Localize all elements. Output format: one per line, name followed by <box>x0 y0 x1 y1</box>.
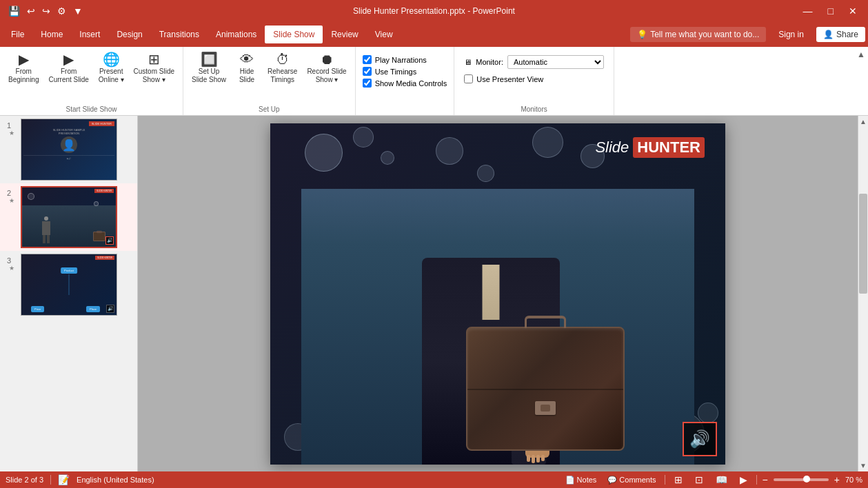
scroll-track[interactable] <box>858 128 868 460</box>
menu-view[interactable]: View <box>367 26 401 43</box>
slide-thumbnail-1[interactable]: SLIDE HUNTER SLIDE HUNTER SAMPLEPRESENTA… <box>21 119 117 181</box>
from-beginning-button[interactable]: ▶ FromBeginning <box>4 50 43 87</box>
slide-thumbnail-3[interactable]: SLIDE HUNTER Product Price Place Promoti… <box>21 254 117 316</box>
scroll-up-button[interactable]: ▲ <box>858 116 868 128</box>
monitor-row: 🖥 Monitor: Automatic <box>464 55 604 69</box>
hide-slide-button[interactable]: 👁 HideSlide <box>232 50 262 87</box>
show-media-controls-input[interactable] <box>363 79 372 88</box>
slide-thumb-1[interactable]: 1 ★ SLIDE HUNTER SLIDE HUNTER SAMPLEPRES… <box>0 116 137 183</box>
title-bar-controls: — □ ✕ <box>798 3 862 19</box>
menu-right: 💡 Tell me what you want to do... Sign in… <box>630 27 865 42</box>
share-label: Share <box>836 30 858 39</box>
slide-star-2: ★ <box>9 197 14 204</box>
comments-icon: 💬 <box>607 476 617 485</box>
presenter-view-input[interactable] <box>464 74 473 83</box>
record-icon: ⏺ <box>320 52 334 66</box>
slide-sorter-button[interactable]: ⊡ <box>692 473 707 487</box>
person-icon: 👤 <box>823 30 834 39</box>
menu-slide-show[interactable]: Slide Show <box>265 26 323 43</box>
setup-icon: 🔲 <box>201 52 218 66</box>
sign-in-button[interactable]: Sign in <box>771 27 811 42</box>
from-current-slide-button[interactable]: ▶ FromCurrent Slide <box>44 50 92 87</box>
record-label: Record SlideShow ▾ <box>307 68 346 84</box>
save-button[interactable]: 💾 <box>6 4 23 18</box>
menu-animations[interactable]: Animations <box>208 26 265 43</box>
audio-icon-overlay[interactable]: 🔊 <box>683 422 717 456</box>
quick-access-dropdown[interactable]: ▼ <box>70 4 85 18</box>
normal-view-button[interactable]: ⊞ <box>671 473 686 487</box>
bubble-4 <box>436 137 463 165</box>
status-left: Slide 2 of 3 📝 English (United States) <box>6 474 154 485</box>
title-bar: 💾 ↩ ↪ ⚙ ▼ Slide Hunter Presentation.pptx… <box>0 0 868 22</box>
main-slide[interactable]: Slide HUNTER <box>270 123 725 465</box>
notes-label: Notes <box>577 476 597 484</box>
content-area: Slide HUNTER <box>138 116 858 471</box>
menu-home[interactable]: Home <box>32 26 71 43</box>
ribbon-checkboxes-list: Play Narrations Use Timings Show Media C… <box>360 50 450 99</box>
monitor-icon: 🖥 <box>464 58 472 66</box>
present-online-button[interactable]: 🌐 PresentOnline ▾ <box>94 50 128 87</box>
zoom-in-button[interactable]: + <box>834 474 840 485</box>
use-timings-checkbox[interactable]: Use Timings <box>363 67 447 76</box>
menu-bar: File Home Insert Design Transitions Anim… <box>0 22 868 47</box>
status-separator-3 <box>756 475 757 485</box>
set-up-slide-show-button[interactable]: 🔲 Set UpSlide Show <box>188 50 230 87</box>
status-separator-2 <box>665 475 665 485</box>
ribbon-items-start: ▶ FromBeginning ▶ FromCurrent Slide 🌐 Pr… <box>4 50 179 98</box>
use-timings-input[interactable] <box>363 67 372 76</box>
maximize-button[interactable]: □ <box>822 3 839 19</box>
scroll-thumb[interactable] <box>859 194 867 294</box>
ribbon-group-checkboxes: Play Narrations Use Timings Show Media C… <box>356 47 454 115</box>
redo-button[interactable]: ↪ <box>39 4 53 18</box>
slide-thumb-3[interactable]: 3 ★ SLIDE HUNTER Product Price Place <box>0 251 137 318</box>
scroll-down-button[interactable]: ▼ <box>858 460 868 471</box>
share-button[interactable]: 👤 Share <box>816 27 865 42</box>
monitor-select[interactable]: Automatic <box>507 55 604 69</box>
slide-star-1: ★ <box>9 130 14 136</box>
show-media-controls-checkbox[interactable]: Show Media Controls <box>363 79 447 88</box>
notes-button[interactable]: 📄 Notes <box>563 474 600 486</box>
hide-slide-label: HideSlide <box>239 68 254 84</box>
slide-number-1: 1 <box>7 119 17 130</box>
present-online-label: PresentOnline ▾ <box>99 68 124 84</box>
menu-review[interactable]: Review <box>323 26 366 43</box>
slide-panel: 1 ★ SLIDE HUNTER SLIDE HUNTER SAMPLEPRES… <box>0 116 138 471</box>
reading-view-button[interactable]: 📖 <box>712 473 731 487</box>
slide-notes-icon[interactable]: 📝 <box>58 474 70 485</box>
menu-design[interactable]: Design <box>108 26 150 43</box>
presenter-view-checkbox[interactable]: Use Presenter View <box>464 74 543 83</box>
customize-quick-access-button[interactable]: ⚙ <box>54 4 69 18</box>
bubble-5 <box>477 165 494 182</box>
close-button[interactable]: ✕ <box>843 3 862 19</box>
right-scrollbar[interactable]: ▲ ▼ <box>858 116 868 471</box>
present-online-icon: 🌐 <box>103 52 120 66</box>
rehearse-timings-button[interactable]: ⏱ RehearseTimings <box>263 50 301 87</box>
slide-thumbnail-2[interactable]: SLIDE HUNTER <box>21 186 117 248</box>
ribbon-collapse-button[interactable]: ▲ <box>854 47 868 115</box>
slide-thumb-2[interactable]: 2 ★ SLIDE HUNTER <box>0 183 137 251</box>
zoom-slider[interactable] <box>774 478 829 481</box>
slide-count: Slide 2 of 3 <box>6 476 43 484</box>
ribbon-monitor-settings: 🖥 Monitor: Automatic Use Presenter View <box>458 50 609 94</box>
setup-group-label: Set Up <box>183 105 355 113</box>
play-narrations-input[interactable] <box>363 55 372 64</box>
menu-insert[interactable]: Insert <box>71 26 108 43</box>
rehearse-label: RehearseTimings <box>268 68 297 84</box>
menu-file[interactable]: File <box>3 26 32 43</box>
monitor-label: Monitor: <box>476 58 503 66</box>
zoom-out-button[interactable]: − <box>763 474 768 485</box>
comments-button[interactable]: 💬 Comments <box>605 474 658 486</box>
slideshow-view-button[interactable]: ▶ <box>736 473 751 487</box>
undo-button[interactable]: ↩ <box>24 4 38 18</box>
record-slide-show-button[interactable]: ⏺ Record SlideShow ▾ <box>303 50 350 87</box>
minimize-button[interactable]: — <box>798 3 818 19</box>
menu-transitions[interactable]: Transitions <box>151 26 208 43</box>
bubble-10 <box>698 403 718 423</box>
presenter-view-row: Use Presenter View <box>464 74 604 83</box>
tell-me-input[interactable]: 💡 Tell me what you want to do... <box>630 27 766 42</box>
custom-slide-show-button[interactable]: ⊞ Custom SlideShow ▾ <box>130 50 179 87</box>
language: English (United States) <box>77 476 154 484</box>
custom-slideshow-label: Custom SlideShow ▾ <box>134 68 174 84</box>
collapse-icon: ▲ <box>857 50 865 59</box>
play-narrations-checkbox[interactable]: Play Narrations <box>363 55 447 64</box>
